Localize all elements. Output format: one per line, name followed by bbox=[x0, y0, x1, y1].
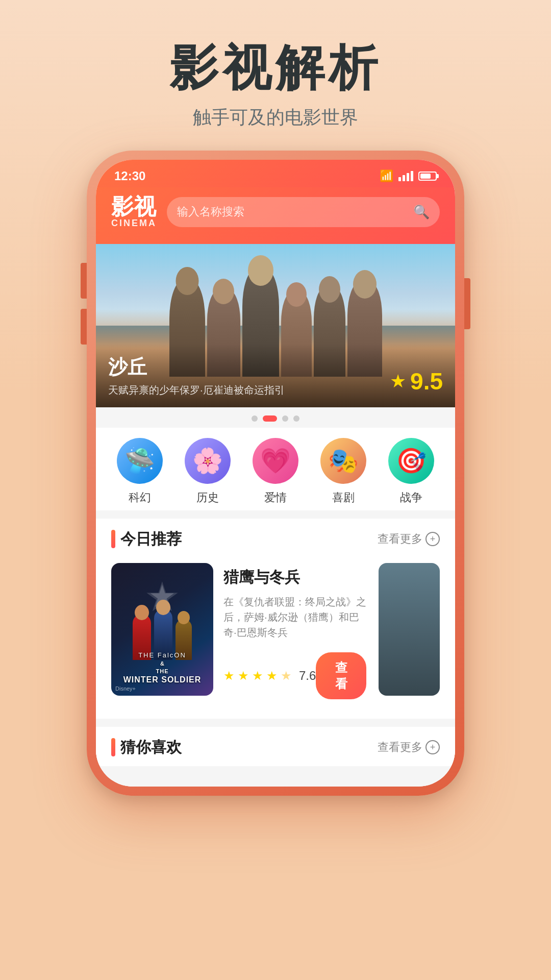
falcon-poster: ★ bbox=[111, 563, 213, 696]
genre-scifi-icon: 🛸 bbox=[117, 438, 163, 484]
movie-list: ★ bbox=[96, 558, 455, 719]
title-badge bbox=[111, 530, 115, 548]
genre-comedy-label: 喜剧 bbox=[332, 490, 355, 505]
guess-section-title: 猜你喜欢 bbox=[111, 737, 182, 758]
guess-more-circle-icon: + bbox=[425, 740, 440, 754]
genre-history[interactable]: 🌸 历史 bbox=[185, 438, 231, 505]
poster-text-content: THE FalcON & THE WINTER SOLDIER bbox=[111, 651, 213, 685]
guess-title-badge bbox=[111, 738, 115, 756]
guess-title-text: 猜你喜欢 bbox=[120, 737, 182, 758]
battery-icon bbox=[418, 172, 437, 181]
page-background: 影视解析 触手可及的电影世界 12:30 📶 bbox=[0, 0, 551, 980]
signal-bars-icon bbox=[398, 171, 413, 181]
guess-section: 猜你喜欢 查看更多 + bbox=[96, 727, 455, 766]
guess-section-header: 猜你喜欢 查看更多 + bbox=[96, 727, 455, 766]
star-5-half: ★ bbox=[281, 669, 292, 683]
falcon-movie-title: 猎鹰与冬兵 bbox=[223, 567, 366, 588]
phone-mockup: 12:30 📶 bbox=[87, 151, 464, 796]
more-circle-icon: + bbox=[425, 532, 440, 546]
genre-romance-label: 爱情 bbox=[264, 490, 287, 505]
genre-war-label: 战争 bbox=[400, 490, 422, 505]
today-title-text: 今日推荐 bbox=[120, 529, 182, 550]
star-4: ★ bbox=[266, 669, 278, 683]
today-more-button[interactable]: 查看更多 + bbox=[378, 531, 440, 547]
genre-comedy-icon: 🎭 bbox=[320, 438, 366, 484]
search-icon[interactable]: 🔍 bbox=[413, 204, 430, 220]
page-title: 影视解析 bbox=[0, 41, 551, 95]
genre-war[interactable]: 🎯 战争 bbox=[388, 438, 434, 505]
dot-4[interactable] bbox=[293, 415, 299, 422]
guess-more-label: 查看更多 bbox=[378, 740, 422, 755]
genre-scifi-label: 科幻 bbox=[129, 490, 151, 505]
watch-button[interactable]: 查看 bbox=[316, 652, 366, 699]
genre-scifi[interactable]: 🛸 科幻 bbox=[117, 438, 163, 505]
app-content: 沙丘 天赋异禀的少年保罗·厄崔迪被命运指引 ★ 9.5 bbox=[96, 244, 455, 787]
genre-comedy[interactable]: 🎭 喜剧 bbox=[320, 438, 366, 505]
app-logo-cn: 影视 bbox=[111, 195, 157, 218]
dot-3[interactable] bbox=[282, 415, 288, 422]
today-more-label: 查看更多 bbox=[378, 531, 422, 547]
falcon-movie-footer: ★ ★ ★ ★ ★ 7.6 查看 bbox=[223, 652, 366, 699]
phone-outer-frame: 12:30 📶 bbox=[87, 151, 464, 796]
genre-romance[interactable]: 💗 爱情 bbox=[253, 438, 298, 505]
search-bar[interactable]: 输入名称搜索 🔍 bbox=[167, 197, 440, 227]
falcon-movie-description: 在《复仇者联盟：终局之战》之后，萨姆·威尔逊（猎鹰）和巴奇·巴恩斯冬兵 bbox=[223, 594, 366, 640]
page-subtitle: 触手可及的电影世界 bbox=[0, 105, 551, 130]
falcon-movie-info: 猎鹰与冬兵 在《复仇者联盟：终局之战》之后，萨姆·威尔逊（猎鹰）和巴奇·巴恩斯冬… bbox=[223, 563, 366, 703]
search-placeholder: 输入名称搜索 bbox=[177, 204, 408, 219]
falcon-score: 7.6 bbox=[299, 669, 316, 683]
title-area: 影视解析 触手可及的电影世界 bbox=[0, 0, 551, 151]
app-logo: 影视 CINEMA bbox=[111, 195, 157, 229]
genres-row: 🛸 科幻 🌸 历史 💗 爱情 🎭 喜剧 bbox=[96, 428, 455, 510]
rating-star-icon: ★ bbox=[390, 371, 406, 392]
banner-rating: ★ 9.5 bbox=[390, 368, 443, 395]
wifi-icon: 📶 bbox=[380, 169, 393, 183]
star-2: ★ bbox=[238, 669, 249, 683]
today-section-header: 今日推荐 查看更多 + bbox=[96, 519, 455, 558]
status-time: 12:30 bbox=[114, 169, 145, 183]
genre-war-icon: 🎯 bbox=[388, 438, 434, 484]
phone-inner-screen: 12:30 📶 bbox=[96, 160, 455, 787]
status-icons: 📶 bbox=[380, 169, 437, 183]
partial-movie-card[interactable] bbox=[379, 563, 440, 696]
disney-plus-logo: Disney+ bbox=[115, 685, 136, 692]
banner-container[interactable]: 沙丘 天赋异禀的少年保罗·厄崔迪被命运指引 ★ 9.5 bbox=[96, 244, 455, 428]
banner-dots bbox=[96, 407, 455, 428]
falcon-stars: ★ ★ ★ ★ ★ 7.6 bbox=[223, 669, 316, 683]
star-3: ★ bbox=[252, 669, 263, 683]
guess-more-button[interactable]: 查看更多 + bbox=[378, 740, 440, 755]
rating-number: 9.5 bbox=[410, 368, 443, 395]
dot-2-active[interactable] bbox=[263, 415, 277, 422]
app-logo-en: CINEMA bbox=[111, 218, 157, 229]
movie-card-falcon[interactable]: ★ bbox=[111, 563, 366, 703]
app-header: 影视 CINEMA 输入名称搜索 🔍 bbox=[96, 187, 455, 244]
falcon-poster-bg: ★ bbox=[111, 563, 213, 696]
dot-1[interactable] bbox=[252, 415, 258, 422]
genre-history-label: 历史 bbox=[196, 490, 219, 505]
genre-romance-icon: 💗 bbox=[253, 438, 298, 484]
banner-image: 沙丘 天赋异禀的少年保罗·厄崔迪被命运指引 ★ 9.5 bbox=[96, 244, 455, 407]
star-1: ★ bbox=[223, 669, 235, 683]
status-bar: 12:30 📶 bbox=[96, 160, 455, 187]
genre-history-icon: 🌸 bbox=[185, 438, 231, 484]
today-section-title: 今日推荐 bbox=[111, 529, 182, 550]
